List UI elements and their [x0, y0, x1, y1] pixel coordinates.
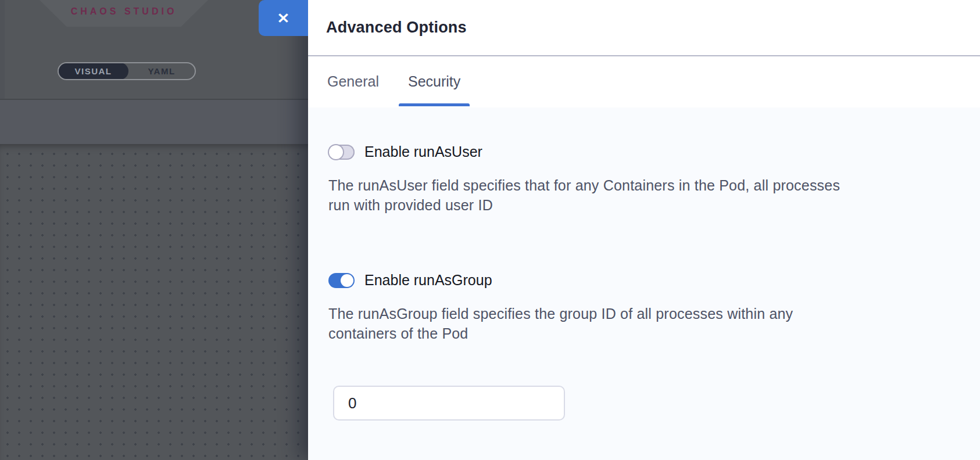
close-icon: ✕	[277, 11, 290, 26]
advanced-options-drawer: Advanced Options General Security Enable…	[308, 0, 980, 460]
visual-yaml-toggle[interactable]: VISUAL YAML	[58, 62, 196, 80]
run-as-group-value-input[interactable]	[333, 386, 565, 421]
drawer-tabs: General Security	[308, 56, 980, 106]
toggle-knob	[341, 274, 353, 287]
yaml-mode-button[interactable]: YAML	[128, 63, 195, 79]
run-as-user-toggle[interactable]	[328, 145, 355, 160]
tab-security[interactable]: Security	[399, 56, 470, 106]
drawer-close-button[interactable]: ✕	[259, 0, 308, 36]
run-as-user-row: Enable runAsUser	[328, 143, 980, 160]
tab-general[interactable]: General	[318, 56, 388, 106]
run-as-user-description: The runAsUser field specifies that for a…	[328, 175, 980, 215]
run-as-group-toggle[interactable]	[328, 273, 355, 288]
run-as-group-label: Enable runAsGroup	[364, 272, 492, 289]
visual-mode-label: VISUAL	[74, 66, 112, 76]
toggle-knob	[328, 144, 344, 160]
pipeline-dot-canvas[interactable]	[0, 144, 308, 460]
drawer-title: Advanced Options	[326, 19, 467, 37]
run-as-group-description: The runAsGroup field specifies the group…	[328, 304, 980, 343]
yaml-mode-label: YAML	[148, 66, 175, 76]
chaos-studio-canvas: CHAOS STUDIO VISUAL YAML	[0, 0, 308, 460]
run-as-user-label: Enable runAsUser	[364, 143, 482, 160]
drawer-header: Advanced Options	[308, 0, 980, 56]
run-as-group-row: Enable runAsGroup	[328, 272, 980, 289]
studio-banner-title: CHAOS STUDIO	[71, 6, 177, 20]
studio-banner: CHAOS STUDIO	[40, 0, 208, 27]
canvas-toolbar-band	[0, 100, 308, 144]
visual-mode-button[interactable]: VISUAL	[58, 63, 128, 80]
security-tab-panel: Enable runAsUser The runAsUser field spe…	[308, 107, 980, 460]
